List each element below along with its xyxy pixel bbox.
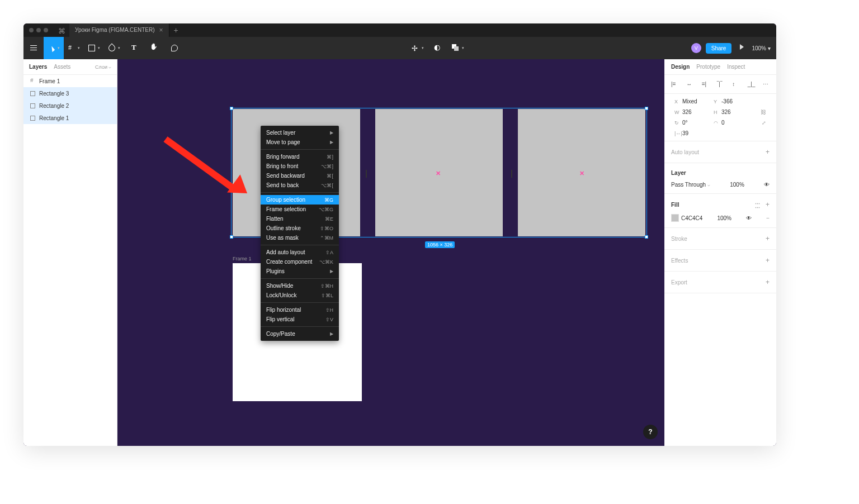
y-input[interactable]: -366 (721, 98, 751, 104)
add-stroke-button[interactable]: + (766, 235, 770, 243)
cm-send-to-back[interactable]: Send to back⌥⌘[ (261, 180, 339, 190)
boolean-button[interactable]: ▾ (448, 37, 468, 59)
cm-copy-paste[interactable]: Copy/Paste▶ (261, 329, 339, 339)
cm-group-selection[interactable]: Group selection⌘G (261, 195, 339, 205)
cm-flip-horizontal[interactable]: Flip horizontal⇧H (261, 305, 339, 315)
add-auto-layout-button[interactable]: + (766, 148, 770, 156)
main-toolbar: ▾ ▾ ▾ ▾ ▾ ▾ V Share 100%▾ (23, 37, 776, 59)
x-input[interactable]: Mixed (682, 98, 711, 104)
cm-select-layer[interactable]: Select layer▶ (261, 128, 339, 137)
comment-tool[interactable] (164, 37, 185, 59)
distribute-icon[interactable] (763, 81, 770, 88)
cm-show-hide[interactable]: Show/Hide⇧⌘H (261, 281, 339, 291)
fill-visibility-icon[interactable] (746, 215, 752, 221)
frame-1-label[interactable]: Frame 1 (233, 256, 252, 261)
cm-move-to-page[interactable]: Move to page▶ (261, 137, 339, 147)
fill-color-swatch[interactable] (671, 214, 679, 222)
design-tab[interactable]: Design (671, 64, 690, 70)
rect-icon (30, 91, 36, 96)
prototype-tab[interactable]: Prototype (696, 64, 720, 70)
constrain-proportions-icon[interactable] (761, 109, 766, 115)
align-top-icon[interactable] (717, 81, 724, 88)
add-effect-button[interactable]: + (766, 256, 770, 264)
add-export-button[interactable]: + (766, 278, 770, 286)
text-tool[interactable] (124, 37, 144, 59)
move-target-button[interactable]: ▾ (408, 37, 428, 59)
blend-mode-select[interactable]: Pass Through (671, 182, 710, 188)
align-vcenter-icon[interactable] (732, 81, 739, 88)
frame-icon (30, 78, 36, 84)
rect-icon (30, 103, 36, 108)
cm-create-component[interactable]: Create component⌥⌘K (261, 257, 339, 267)
cm-send-backward[interactable]: Send backward⌘[ (261, 171, 339, 180)
present-button[interactable] (736, 44, 752, 52)
selection-size-badge: 1056 × 326 (425, 241, 455, 248)
remove-fill-button[interactable]: − (766, 215, 770, 221)
file-tab-title: Уроки Figma (FIGMA.CENTER) (75, 23, 155, 37)
cm-frame-selection[interactable]: Frame selection⌥⌘G (261, 205, 339, 214)
cm-use-as-mask[interactable]: Use as mask⌃⌘M (261, 233, 339, 243)
mask-button[interactable] (428, 37, 448, 59)
align-right-icon[interactable] (702, 81, 709, 88)
layers-panel: Layers Assets Слои Frame 1 Rectangle 3 R… (23, 59, 117, 446)
cm-flatten[interactable]: Flatten⌘E (261, 214, 339, 224)
zoom-control[interactable]: 100%▾ (752, 45, 771, 51)
main-menu-button[interactable] (23, 37, 44, 59)
cm-lock-unlock[interactable]: Lock/Unlock⇧⌘L (261, 291, 339, 300)
new-tab-button[interactable]: + (174, 26, 178, 35)
align-hcenter-icon[interactable] (686, 81, 693, 88)
cm-flip-vertical[interactable]: Flip vertical⇧V (261, 315, 339, 324)
inspect-tab[interactable]: Inspect (727, 64, 745, 70)
cm-bring-to-front[interactable]: Bring to front⌥⌘] (261, 161, 339, 171)
user-avatar[interactable]: V (691, 43, 701, 53)
cm-outline-stroke[interactable]: Outline stroke⇧⌘O (261, 224, 339, 233)
cm-add-auto-layout[interactable]: Add auto layout⇧A (261, 248, 339, 257)
context-menu[interactable]: Select layer▶ Move to page▶ Bring forwar… (261, 126, 339, 341)
rect-icon (30, 115, 36, 121)
layers-tab[interactable]: Layers (29, 64, 47, 70)
move-tool[interactable]: ▾ (44, 37, 64, 59)
traffic-lights[interactable] (29, 28, 48, 32)
corner-radius-input[interactable]: 0 (721, 120, 751, 126)
layer-rectangle-1[interactable]: Rectangle 1 (23, 112, 117, 124)
fill-style-icon[interactable] (753, 202, 761, 208)
layer-opacity-input[interactable]: 100% (730, 182, 744, 188)
figma-logo[interactable]: ⌘ (58, 27, 65, 34)
h-input[interactable]: 326 (721, 109, 751, 115)
layer-rectangle-3[interactable]: Rectangle 3 (23, 87, 117, 99)
independent-corners-icon[interactable] (762, 120, 766, 126)
file-tab[interactable]: Уроки Figma (FIGMA.CENTER) × (69, 23, 169, 37)
help-button[interactable]: ? (643, 425, 658, 439)
design-panel: Design Prototype Inspect XMixed Y-366 (664, 59, 776, 446)
pages-dropdown[interactable]: Слои (95, 64, 111, 70)
fill-hex-input[interactable]: C4C4C4 (681, 215, 702, 221)
align-left-icon[interactable] (671, 81, 678, 88)
canvas[interactable]: ✕ ✕ 1056 × 326 Frame 1 Select layer▶ Mov… (117, 59, 664, 446)
macos-tabbar: ⌘ Уроки Figma (FIGMA.CENTER) × + (23, 23, 776, 37)
layer-visibility-icon[interactable] (764, 182, 770, 188)
w-input[interactable]: 326 (682, 109, 711, 115)
share-button[interactable]: Share (706, 43, 732, 54)
hand-tool[interactable] (144, 37, 164, 59)
fill-opacity-input[interactable]: 100% (717, 215, 731, 221)
align-bottom-icon[interactable] (748, 81, 754, 88)
layer-rectangle-2[interactable]: Rectangle 2 (23, 99, 117, 112)
cm-bring-forward[interactable]: Bring forward⌘] (261, 152, 339, 161)
layer-frame-1[interactable]: Frame 1 (23, 75, 117, 87)
gap-input[interactable]: 39 (682, 130, 711, 136)
cm-plugins[interactable]: Plugins▶ (261, 267, 339, 276)
close-tab-icon[interactable]: × (159, 23, 163, 37)
add-fill-button[interactable]: + (766, 201, 770, 208)
rotation-input[interactable]: 0° (682, 120, 711, 126)
assets-tab[interactable]: Assets (54, 64, 70, 70)
auto-layout-title: Auto layout (671, 149, 699, 155)
shape-tool[interactable]: ▾ (84, 37, 104, 59)
frame-tool[interactable]: ▾ (64, 37, 84, 59)
pen-tool[interactable]: ▾ (104, 37, 124, 59)
